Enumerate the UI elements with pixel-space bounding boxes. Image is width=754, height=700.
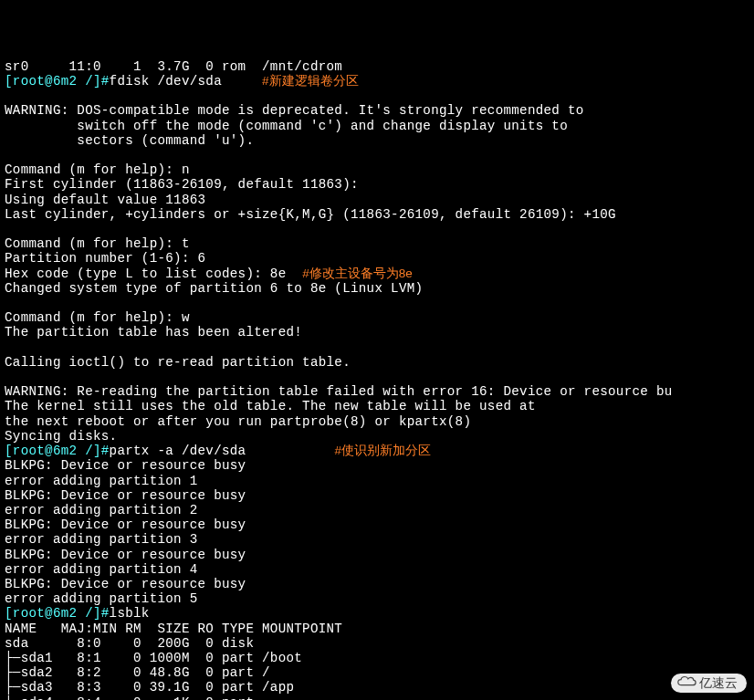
annotation: #修改主设备号为8e	[302, 266, 413, 280]
watermark-badge: 亿速云	[671, 674, 747, 693]
terminal-output[interactable]: sr0 11:0 1 3.7G 0 rom /mnt/cdrom [root@6…	[0, 59, 754, 700]
fdisk-output: Changed system type of partition 6 to 8e…	[5, 281, 673, 444]
watermark-text: 亿速云	[699, 675, 738, 690]
shell-prompt: [root@6m2 /]#	[5, 74, 110, 89]
lsblk-row: ├─sda2 8:2 0 48.8G 0 part /	[5, 665, 270, 680]
lsblk-row: sr0 11:0 1 3.7G 0 rom /mnt/cdrom	[5, 59, 342, 74]
command-text: fdisk /dev/sda	[110, 74, 222, 89]
lsblk-row: sda 8:0 0 200G 0 disk	[5, 636, 254, 651]
shell-prompt: [root@6m2 /]#	[5, 444, 110, 458]
lsblk-header: NAME MAJ:MIN RM SIZE RO TYPE MOUNTPOINT	[5, 622, 342, 636]
fdisk-output: WARNING: DOS-compatible mode is deprecat…	[5, 103, 616, 280]
command-text: lsblk	[110, 606, 150, 621]
shell-prompt: [root@6m2 /]#	[5, 606, 110, 621]
lsblk-row: ├─sda3 8:3 0 39.1G 0 part /app	[5, 680, 294, 695]
command-text: partx -a /dev/sda	[110, 444, 246, 458]
lsblk-row: ├─sda1 8:1 0 1000M 0 part /boot	[5, 651, 302, 665]
annotation: #新建逻辑卷分区	[262, 74, 359, 88]
cloud-icon	[676, 675, 696, 691]
lsblk-row: ├─sda4 8:4 0 1K 0 part	[5, 695, 254, 700]
partx-output: BLKPG: Device or resource busy error add…	[5, 458, 246, 606]
annotation: #使识别新加分区	[334, 444, 431, 457]
